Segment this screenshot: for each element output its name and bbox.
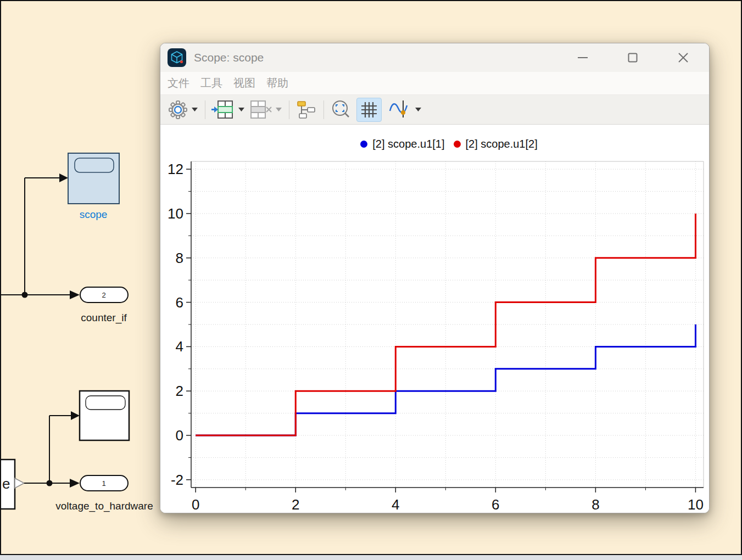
chevron-down-icon [238, 108, 245, 112]
legend-item-series2[interactable]: [2] scope.u1[2] [454, 138, 538, 150]
insert-display-row-dropdown[interactable] [237, 98, 247, 122]
chevron-down-icon [415, 108, 422, 112]
cursor-measure-button[interactable] [387, 98, 414, 122]
x-tick-label: 2 [292, 496, 299, 513]
port-number: 1 [102, 479, 105, 488]
menu-help[interactable]: 帮助 [265, 75, 289, 92]
zoom-fit-button[interactable] [329, 98, 353, 122]
maximize-button[interactable] [622, 47, 644, 69]
block-counter-if-port[interactable]: 2 [80, 287, 128, 303]
settings-gear-icon [167, 99, 189, 121]
block-voltage-port[interactable]: 1 [80, 475, 128, 491]
remove-display-row-button[interactable] [247, 98, 274, 122]
legend-dot-red-icon [454, 141, 461, 148]
y-tick-label: 0 [176, 427, 183, 444]
menu-file[interactable]: 文件 [166, 75, 191, 92]
remove-display-row-icon [248, 99, 273, 121]
block-scope-display-selected[interactable] [68, 153, 119, 204]
plot-region: [2] scope.u1[1] [2] scope.u1[2] 0246810-… [160, 125, 709, 513]
toolbar-separator [323, 100, 324, 119]
remove-display-row-dropdown[interactable] [274, 98, 284, 122]
chevron-down-icon [192, 108, 198, 112]
wire-to-hardware[interactable] [24, 411, 80, 488]
x-tick-label: 8 [592, 496, 599, 513]
signal-tree-icon [295, 99, 317, 121]
cursor-measure-dropdown[interactable] [414, 98, 423, 122]
settings-button[interactable] [166, 98, 190, 122]
y-tick-label: 12 [168, 161, 183, 177]
close-button[interactable] [672, 47, 694, 69]
minimize-icon [577, 52, 588, 63]
output-port-triangle-icon [15, 478, 24, 488]
partial-block-text: e [2, 475, 10, 492]
menu-view[interactable]: 视图 [232, 75, 256, 92]
legend-item-series1[interactable]: [2] scope.u1[1] [360, 138, 444, 150]
window-title: Scope: scope [194, 51, 264, 64]
y-tick-label: -2 [171, 472, 183, 488]
toolbar-separator [289, 100, 289, 119]
block-scope-display[interactable] [80, 391, 129, 440]
arrowhead-icon [59, 173, 68, 182]
x-tick-label: 4 [392, 496, 399, 513]
scope-screen-icon [75, 158, 114, 172]
signal-tree-button[interactable] [294, 98, 319, 122]
grid-toggle-button[interactable] [356, 98, 382, 122]
plot-legend: [2] scope.u1[1] [2] scope.u1[2] [175, 138, 710, 150]
menu-tools[interactable]: 工具 [199, 75, 224, 92]
x-tick-label: 10 [688, 496, 704, 513]
toolbar-separator [205, 100, 205, 119]
titlebar[interactable]: Scope: scope [160, 43, 709, 72]
minimize-button[interactable] [572, 47, 594, 69]
legend-label: [2] scope.u1[2] [466, 138, 538, 150]
y-tick-label: 2 [176, 383, 183, 399]
insert-display-row-button[interactable] [210, 98, 237, 122]
arrowhead-icon [71, 411, 80, 420]
close-icon [678, 52, 689, 63]
arrowhead-icon [70, 479, 80, 488]
scope-screen-icon [86, 396, 125, 410]
zoom-fit-icon [330, 99, 352, 121]
y-tick-label: 8 [176, 250, 183, 266]
app-cube-icon [168, 48, 186, 67]
x-tick-label: 6 [492, 496, 499, 513]
y-tick-label: 10 [168, 205, 183, 222]
voltage-to-hardware-label: voltage_to_hardware [55, 500, 153, 512]
grid-toggle-icon [358, 99, 380, 121]
legend-dot-blue-icon [360, 141, 367, 148]
port-number: 2 [102, 291, 105, 299]
chevron-down-icon [276, 108, 282, 112]
cursor-measure-icon [388, 99, 412, 121]
settings-dropdown[interactable] [190, 98, 200, 122]
scope-plot-canvas[interactable]: 0246810-2024681012 [160, 125, 710, 513]
toolbar [160, 95, 709, 125]
maximize-icon [627, 52, 638, 63]
arrowhead-icon [70, 290, 80, 299]
scope-window: Scope: scope 文件 工具 视图 帮助 [160, 43, 710, 513]
scope-block-label: scope [80, 209, 108, 220]
wire-junction-dot [22, 292, 28, 298]
y-tick-label: 4 [176, 338, 183, 355]
menubar: 文件 工具 视图 帮助 [160, 72, 709, 95]
y-tick-label: 6 [176, 294, 183, 311]
wire-junction-dot [47, 480, 53, 486]
insert-display-row-icon [211, 99, 236, 121]
legend-label: [2] scope.u1[1] [372, 138, 444, 150]
counter-if-label: counter_if [81, 312, 127, 324]
x-tick-label: 0 [192, 496, 199, 513]
block-partial-source[interactable]: e [1, 460, 24, 509]
